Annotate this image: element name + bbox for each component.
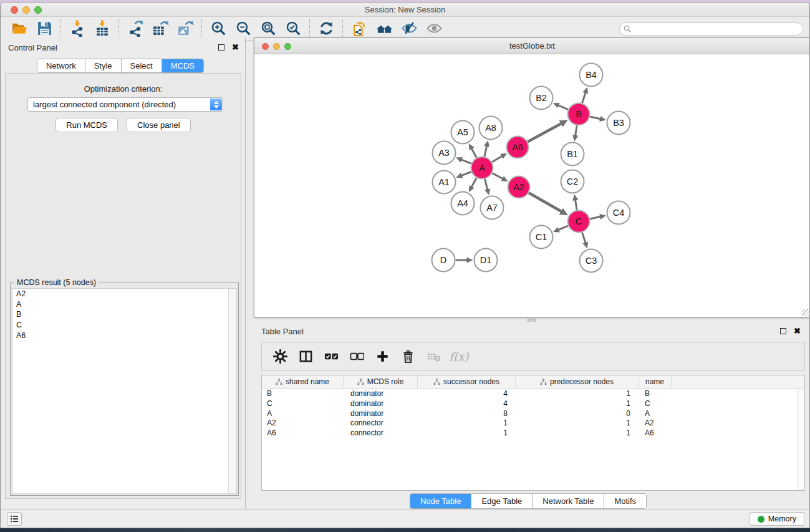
table-scrollbar[interactable] xyxy=(797,389,804,490)
table-cell[interactable]: A2 xyxy=(262,418,344,428)
zoom-selected-button[interactable] xyxy=(281,19,306,39)
table-row[interactable]: Bdominator41B xyxy=(262,389,804,399)
table-cell[interactable]: A2 xyxy=(639,418,672,428)
mcds-result-item[interactable]: A6 xyxy=(12,330,236,341)
table-row[interactable]: A6connector11A6 xyxy=(262,428,804,438)
table-cell[interactable]: 1 xyxy=(516,389,639,399)
delete-table-button[interactable] xyxy=(425,349,441,365)
column-header-predecessor-nodes[interactable]: predecessor nodes xyxy=(516,375,639,388)
import-network-button[interactable] xyxy=(65,19,90,39)
table-cell[interactable]: 1 xyxy=(516,418,639,428)
graph-node-A6[interactable]: A6 xyxy=(507,137,529,158)
select-all-columns-button[interactable] xyxy=(323,349,339,365)
graph-node-D[interactable]: D xyxy=(432,249,455,272)
close-table-panel-icon[interactable]: ✖ xyxy=(794,328,801,334)
table-row[interactable]: Cdominator41C xyxy=(262,399,804,409)
table-cell[interactable]: dominator xyxy=(344,409,418,418)
graph-edge-A-A3[interactable] xyxy=(461,160,471,163)
control-tab-network[interactable]: Network xyxy=(37,59,85,72)
column-header-shared-name[interactable]: shared name xyxy=(262,375,344,388)
network-from-selection-button[interactable] xyxy=(347,19,372,39)
table-row[interactable]: Adominator80A xyxy=(262,409,804,418)
float-panel-icon[interactable] xyxy=(218,44,224,51)
table-cell[interactable]: 8 xyxy=(418,409,516,418)
graph-edge-A-A8[interactable] xyxy=(485,146,487,157)
function-builder-button[interactable]: f(x) xyxy=(451,349,467,365)
table-cell[interactable]: 0 xyxy=(516,409,639,418)
control-tab-style[interactable]: Style xyxy=(85,59,122,72)
graph-edge-A-A7[interactable] xyxy=(485,179,487,190)
graph-edge-A-A5[interactable] xyxy=(471,148,476,158)
graph-node-C2[interactable]: C2 xyxy=(561,170,584,193)
graph-node-C1[interactable]: C1 xyxy=(530,226,553,249)
table-cell[interactable]: connector xyxy=(344,428,418,438)
refresh-layout-button[interactable] xyxy=(314,19,339,39)
create-column-button[interactable] xyxy=(374,349,390,365)
table-cell[interactable]: 4 xyxy=(418,399,516,409)
hide-selected-button[interactable] xyxy=(397,19,422,39)
graph-node-D1[interactable]: D1 xyxy=(475,249,498,272)
graph-edge-B-B4[interactable] xyxy=(582,92,586,103)
table-cell[interactable]: A6 xyxy=(262,428,344,438)
graph-edge-A-A6[interactable] xyxy=(492,156,502,162)
table-cell[interactable]: 1 xyxy=(516,399,639,409)
table-cell[interactable]: 4 xyxy=(418,389,516,399)
table-tab-edge-table[interactable]: Edge Table xyxy=(471,494,533,508)
zoom-out-button[interactable] xyxy=(231,19,256,39)
graph-node-B1[interactable]: B1 xyxy=(561,143,584,166)
table-cell[interactable]: A xyxy=(262,409,344,418)
mcds-result-item[interactable]: C xyxy=(12,320,236,331)
graph-node-A7[interactable]: A7 xyxy=(481,196,504,220)
table-cell[interactable]: B xyxy=(639,389,672,399)
table-cell[interactable]: A6 xyxy=(639,428,672,438)
graph-edge-C-C3[interactable] xyxy=(582,233,586,243)
graph-node-B3[interactable]: B3 xyxy=(607,112,630,135)
graph-edge-A2-C[interactable] xyxy=(529,193,562,211)
graph-edge-C-C1[interactable] xyxy=(558,226,568,230)
table-cell[interactable]: C xyxy=(262,399,344,409)
graph-node-C[interactable]: C xyxy=(568,211,590,233)
graph-edge-B-B1[interactable] xyxy=(576,125,577,136)
open-session-button[interactable] xyxy=(7,19,32,39)
graph-edge-A-A1[interactable] xyxy=(461,172,471,176)
table-cell[interactable]: B xyxy=(262,389,344,399)
export-network-button[interactable] xyxy=(123,19,148,39)
graph-edge-C-C2[interactable] xyxy=(576,200,577,210)
table-tab-node-table[interactable]: Node Table xyxy=(410,494,472,508)
zoom-in-button[interactable] xyxy=(206,19,231,39)
delete-column-button[interactable] xyxy=(400,349,416,365)
mcds-result-item[interactable]: B xyxy=(12,309,236,320)
memory-button[interactable]: Memory xyxy=(750,512,804,526)
table-tab-motifs[interactable]: Motifs xyxy=(604,494,646,508)
show-all-button[interactable] xyxy=(422,19,446,39)
table-cell[interactable]: dominator xyxy=(344,399,418,409)
close-panel-icon[interactable]: ✖ xyxy=(232,44,239,51)
import-table-button[interactable] xyxy=(90,19,115,39)
table-cell[interactable]: dominator xyxy=(344,389,418,399)
close-panel-button[interactable]: Close panel xyxy=(127,118,191,132)
zoom-fit-button[interactable] xyxy=(256,19,281,39)
graph-edge-A6-B[interactable] xyxy=(528,123,561,142)
column-header-mcds-role[interactable]: MCDS role xyxy=(344,375,418,388)
criterion-dropdown[interactable]: largest connected component (directed) xyxy=(27,97,223,112)
table-cell[interactable]: 1 xyxy=(516,428,639,438)
graph-edge-B-B3[interactable] xyxy=(590,117,600,119)
mcds-result-item[interactable]: A2 xyxy=(12,289,236,299)
mcds-result-item[interactable]: A xyxy=(12,299,236,310)
table-cell[interactable]: A xyxy=(639,409,672,418)
float-table-panel-icon[interactable] xyxy=(780,328,786,334)
table-tab-network-table[interactable]: Network Table xyxy=(533,494,604,508)
graph-node-A4[interactable]: A4 xyxy=(451,192,475,215)
run-mcds-button[interactable]: Run MCDS xyxy=(55,118,118,132)
save-session-button[interactable] xyxy=(32,19,57,39)
export-image-button[interactable] xyxy=(173,19,198,39)
graph-node-A1[interactable]: A1 xyxy=(433,171,456,194)
graph-edge-A-A2[interactable] xyxy=(492,173,503,179)
table-cell[interactable]: 1 xyxy=(418,418,516,428)
graph-node-A3[interactable]: A3 xyxy=(433,142,456,165)
first-neighbors-button[interactable] xyxy=(372,19,397,39)
resize-grip-icon[interactable] xyxy=(802,309,809,316)
column-header-successor-nodes[interactable]: successor nodes xyxy=(418,375,516,388)
graph-node-A[interactable]: A xyxy=(471,157,493,179)
table-cell[interactable]: connector xyxy=(344,418,418,428)
